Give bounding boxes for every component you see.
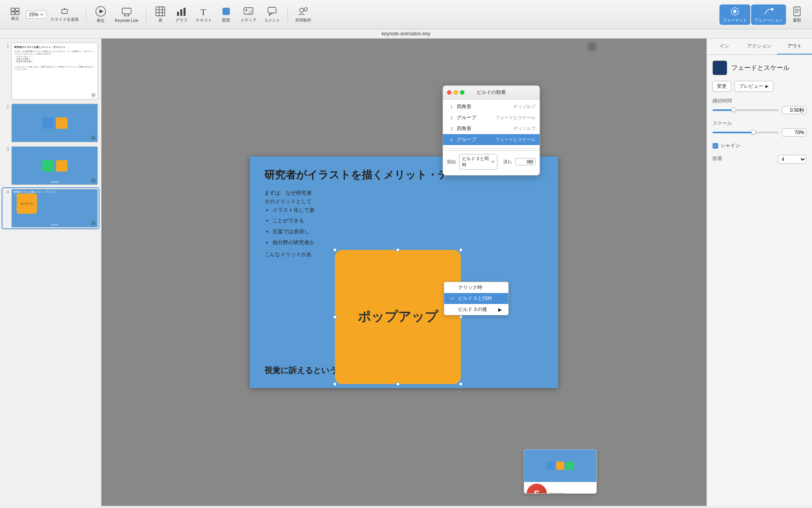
title-bar: keynote-animation.key: [0, 29, 812, 39]
thumb2-sq1: [42, 117, 54, 129]
tab-action[interactable]: アクション: [742, 39, 777, 54]
dropdown-item-after[interactable]: ビルド３の後 ▶: [444, 304, 508, 315]
document-button[interactable]: 書類: [787, 4, 807, 25]
popup-container[interactable]: ポップアップ: [335, 250, 461, 384]
build-num-4: 4: [447, 137, 453, 142]
thumb3-sq1: [42, 160, 54, 172]
preview-sq1: [546, 462, 555, 470]
canvas-add-button[interactable]: +: [587, 42, 597, 52]
dropdown-after-label: ビルド３の後: [458, 306, 487, 313]
add-slide-button[interactable]: スライドを追加: [47, 5, 82, 24]
table-button[interactable]: 表: [150, 4, 171, 25]
play-button[interactable]: 再生: [91, 4, 111, 25]
handle-tm[interactable]: [396, 248, 400, 252]
preview-button[interactable]: プレビュー: [734, 81, 773, 92]
svg-point-29: [733, 10, 736, 13]
slide-item-1[interactable]: 1 研究者がイラストを描くメリット・デメリット まずは、なぜ研究者がイラストを描…: [2, 42, 99, 100]
close-dot[interactable]: [447, 90, 451, 95]
right-content: フェードとスケール 変更 プレビュー 継続時間: [707, 55, 812, 169]
maximize-dot[interactable]: [460, 90, 464, 95]
sep3: [287, 7, 288, 23]
scale-slider-track[interactable]: [713, 132, 779, 133]
text-button[interactable]: T テキスト: [192, 4, 215, 25]
change-button[interactable]: 変更: [713, 81, 731, 92]
handle-tr[interactable]: [459, 248, 462, 252]
build-row-1[interactable]: 1 四角形 ディゾルブ: [443, 101, 540, 112]
format-label: フォーマット: [723, 17, 747, 23]
zoom-value: 25%: [29, 12, 39, 17]
slide-item-4[interactable]: 4 研究者がイラストを描くメリット・デメリット まずは、なぜ研究者… ポップアッ…: [2, 188, 99, 228]
dropdown-item-click[interactable]: クリック時: [444, 282, 508, 293]
handle-br[interactable]: [459, 382, 462, 386]
build-effect-1: ディゾルブ: [513, 104, 536, 110]
bookmarks-label: 書類: [793, 17, 801, 23]
build-row-3[interactable]: 3 四角形 ディゾルブ: [443, 123, 540, 134]
effect-name: フェードとスケール: [731, 64, 790, 72]
build-row-4[interactable]: 4 グループ フェードとスケール: [443, 134, 540, 145]
duration-slider-row: [713, 106, 806, 114]
duration-slider-thumb[interactable]: [731, 107, 736, 112]
svg-point-26: [300, 8, 304, 12]
slide1-thumb-title: 研究者がイラストを描くメリット・デメリット: [14, 46, 95, 49]
thumb3-sq2: [56, 160, 67, 172]
shape-button[interactable]: 図形: [216, 4, 236, 25]
slide-number-3: 3: [3, 147, 9, 152]
start-selected-value: ビルド３と同時: [462, 156, 491, 168]
toolbar: 表示 25% スライドを追加 再生 Keynote Live 表 グ: [0, 0, 812, 29]
preview-sq2: [556, 462, 564, 470]
order-select[interactable]: 4 1 2 3: [778, 155, 806, 164]
play-label: 再生: [97, 18, 105, 24]
tab-out[interactable]: アウト: [777, 39, 812, 54]
animation-button[interactable]: アニメーション: [751, 4, 786, 25]
slide-item-3[interactable]: 3 ◎: [2, 145, 99, 186]
dialog-titlebar: ビルドの順番: [443, 86, 540, 100]
duration-input[interactable]: [782, 106, 806, 114]
preview-shapes: [546, 462, 574, 470]
graph-label: グラフ: [175, 17, 188, 23]
handle-bl[interactable]: [333, 382, 337, 386]
dropdown-item-same[interactable]: ✓ ビルド３と同時: [444, 293, 508, 304]
handle-ml[interactable]: [333, 315, 337, 319]
scale-slider-thumb[interactable]: [751, 130, 756, 135]
tab-in[interactable]: イン: [707, 39, 742, 54]
handle-tl[interactable]: [333, 248, 337, 252]
format-button[interactable]: フォーマット: [719, 4, 750, 25]
start-select-display[interactable]: ビルド３と同時: [459, 154, 497, 169]
svg-point-30: [771, 8, 773, 11]
delay-input[interactable]: [515, 158, 536, 165]
graph-button[interactable]: グラフ: [171, 4, 192, 25]
slide-number-4: 4: [3, 190, 9, 194]
slide-item-2[interactable]: 2 ◎: [2, 103, 99, 143]
start-dropdown[interactable]: ビルド３と同時: [459, 154, 497, 169]
media-button[interactable]: メディア: [237, 4, 260, 25]
slide-panel: 1 研究者がイラストを描くメリット・デメリット まずは、なぜ研究者がイラストを描…: [0, 39, 102, 506]
slide-thumbnail-2: ◎: [11, 104, 98, 142]
build-row-2[interactable]: 2 グループ フェードとスケール: [443, 112, 540, 123]
handle-mr[interactable]: [459, 315, 462, 319]
svg-line-10: [128, 14, 129, 16]
view-button[interactable]: 表示: [5, 6, 25, 23]
preview-name: Presenter: [549, 492, 594, 494]
minimize-dot[interactable]: [454, 90, 458, 95]
svg-rect-21: [222, 8, 230, 15]
duration-slider-track[interactable]: [713, 109, 779, 111]
handle-bm[interactable]: [396, 382, 400, 386]
slide-number-1: 1: [3, 43, 9, 48]
keynote-live-button[interactable]: Keynote Live: [112, 4, 142, 24]
comment-button[interactable]: コメント: [261, 4, 283, 25]
collab-button[interactable]: 共同制作: [292, 4, 315, 25]
build-effect-2: フェードとスケール: [495, 115, 536, 121]
scale-input[interactable]: [782, 128, 806, 137]
slide4-title: 研究者がイラストを描くメリット・デメリット: [13, 191, 96, 193]
slide-canvas: 研究者がイラストを描くメリット・デ まずは、なぜ研究者 そのメリットとして イラ…: [250, 156, 558, 388]
svg-marker-24: [247, 9, 252, 14]
svg-rect-1: [15, 8, 19, 11]
slide4-note-icon: ◎: [91, 221, 96, 226]
order-row: 順番 4 1 2 3: [713, 155, 806, 164]
collab-label: 共同制作: [295, 17, 311, 23]
effect-actions: 変更 プレビュー: [713, 81, 806, 92]
zoom-control[interactable]: 25%: [26, 11, 46, 19]
order-label: 順番: [713, 155, 722, 162]
shine-checkbox[interactable]: ✓: [713, 143, 718, 149]
slide4-dots: [52, 224, 58, 226]
